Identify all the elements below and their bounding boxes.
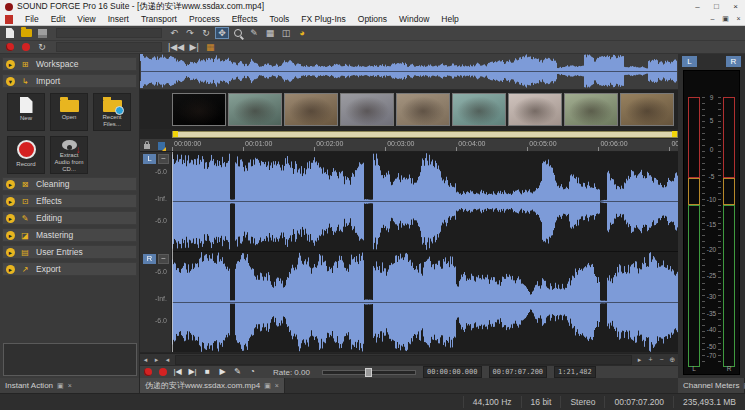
menu-tools[interactable]: Tools — [264, 14, 296, 24]
tab-channel-meters[interactable]: Channel Meters ▣ — [678, 378, 745, 393]
channel-minimize-button[interactable]: − — [158, 254, 169, 264]
chevron-right-icon[interactable]: ▸ — [6, 214, 15, 223]
video-thumbnail[interactable] — [340, 93, 394, 126]
zoom-button[interactable]: − — [656, 355, 667, 365]
rate-slider-thumb[interactable] — [365, 368, 372, 377]
edit-tool-button[interactable]: ✥ — [215, 27, 229, 39]
channel-r-button[interactable]: R — [143, 254, 156, 264]
scrub-tool-button[interactable]: ✎ — [230, 367, 245, 378]
magnify-tool-button[interactable] — [231, 27, 245, 39]
redo-button[interactable]: ↷ — [183, 27, 197, 39]
menu-edit[interactable]: Edit — [45, 14, 72, 24]
menu-insert[interactable]: Insert — [102, 14, 135, 24]
menu-transport[interactable]: Transport — [135, 14, 183, 24]
channel-l-button[interactable]: L — [143, 154, 156, 164]
playback-cursor[interactable] — [172, 152, 173, 352]
go-to-end-button[interactable]: ▶| — [185, 367, 200, 378]
save-button[interactable] — [35, 27, 49, 39]
menu-help[interactable]: Help — [435, 14, 464, 24]
tab-document[interactable]: 伪递的安详www.ssdax.com.mp4 ▣ × — [140, 378, 285, 393]
rate-slider[interactable] — [322, 370, 416, 375]
loop-end-handle[interactable] — [672, 131, 677, 137]
doc-minimize-icon[interactable]: – — [706, 13, 719, 25]
sidebar-section-import[interactable]: ▾↳Import — [2, 74, 137, 88]
envelope-tool-button[interactable]: ▦ — [263, 27, 277, 39]
scrollbar-track[interactable] — [175, 355, 632, 365]
sidebar-section-workspace[interactable]: ▸⊞Workspace — [2, 57, 137, 71]
sidebar-section-user-entries[interactable]: ▸▤User Entries — [2, 245, 137, 259]
video-thumbnail[interactable] — [396, 93, 450, 126]
import-tile-recent-files-[interactable]: Recent Files... — [93, 93, 131, 131]
chevron-right-icon[interactable]: ▸ — [6, 180, 15, 189]
time-current-field[interactable]: 00:00:00.000 — [423, 366, 482, 378]
menu-process[interactable]: Process — [183, 14, 226, 24]
sidebar-section-editing[interactable]: ▸✎Editing — [2, 211, 137, 225]
close-tab-icon[interactable]: × — [68, 382, 72, 389]
video-thumbnail[interactable] — [172, 93, 226, 126]
import-tile-new[interactable]: New — [7, 93, 45, 131]
zoom-button[interactable]: ▸ — [634, 355, 645, 365]
undo-button[interactable]: ↶ — [167, 27, 181, 39]
right-waveform-canvas[interactable] — [172, 252, 678, 352]
menu-view[interactable]: View — [71, 14, 101, 24]
pencil-tool-button[interactable]: ✎ — [247, 27, 261, 39]
chevron-right-icon[interactable]: ▸ — [6, 265, 15, 274]
scroll-button[interactable]: ▸ — [151, 355, 162, 365]
float-icon[interactable]: ▣ — [57, 382, 64, 390]
sidebar-section-effects[interactable]: ▸⊡Effects — [2, 194, 137, 208]
go-to-start-button[interactable]: |◀◀ — [167, 41, 185, 53]
import-tile-record[interactable]: Record — [7, 136, 45, 174]
menu-fx-plug-ins[interactable]: FX Plug-Ins — [295, 14, 351, 24]
time-end-field[interactable]: 00:07:07.200 — [489, 366, 548, 378]
close-icon[interactable]: × — [726, 0, 745, 13]
waveform-overview[interactable] — [140, 54, 678, 90]
record-remote-button[interactable] — [140, 367, 155, 378]
loop-playback-button[interactable]: ↻ — [35, 41, 49, 53]
video-thumbnail[interactable] — [508, 93, 562, 126]
menu-window[interactable]: Window — [393, 14, 435, 24]
left-waveform-canvas[interactable] — [172, 152, 678, 251]
doc-restore-icon[interactable]: ▣ — [719, 13, 732, 25]
sidebar-section-export[interactable]: ▸↗Export — [2, 262, 137, 276]
play-button[interactable]: ▶ — [215, 367, 230, 378]
zoom-button[interactable]: + — [645, 355, 656, 365]
meter-right-button[interactable]: R — [726, 56, 741, 67]
length-field[interactable]: 1:21,482 — [554, 366, 596, 378]
marker-drop-icon[interactable] — [158, 142, 165, 150]
video-thumbnail[interactable] — [228, 93, 282, 126]
video-thumbnail[interactable] — [452, 93, 506, 126]
menu-file[interactable]: File — [19, 14, 45, 24]
chevron-right-icon[interactable]: ▸ — [6, 60, 15, 69]
import-tile-extract-audio-from-cd-[interactable]: Extract Audio from CD... — [50, 136, 88, 174]
chevron-right-icon[interactable]: ▸ — [6, 231, 15, 240]
scroll-button[interactable]: ◂ — [162, 355, 173, 365]
chevron-down-icon[interactable]: ▾ — [6, 77, 15, 86]
tab-instant-action[interactable]: Instant Action ▣ × — [0, 378, 140, 393]
video-thumbnail[interactable] — [620, 93, 674, 126]
event-tool-button[interactable]: ◫ — [279, 27, 293, 39]
video-thumbnail[interactable] — [284, 93, 338, 126]
stop-button[interactable]: ■ — [200, 367, 215, 378]
chevron-right-icon[interactable]: ▸ — [6, 248, 15, 257]
import-tile-open[interactable]: Open — [50, 93, 88, 131]
record-remote-button[interactable] — [3, 41, 17, 53]
meter-left-button[interactable]: L — [682, 56, 697, 67]
time-ruler[interactable]: 00:00:0000:01:0000:02:0000:03:0000:04:00… — [140, 139, 678, 152]
loop-button[interactable]: ◔ — [245, 367, 260, 378]
video-thumbnail[interactable] — [564, 93, 618, 126]
minimize-icon[interactable]: – — [688, 0, 707, 13]
lock-icon[interactable] — [144, 144, 150, 149]
open-file-button[interactable] — [19, 27, 33, 39]
doc-close-icon[interactable]: × — [732, 13, 745, 25]
chevron-right-icon[interactable]: ▸ — [6, 197, 15, 206]
sidebar-section-cleaning[interactable]: ▸⊠Cleaning — [2, 177, 137, 191]
record-button[interactable] — [155, 367, 170, 378]
scroll-button[interactable]: ◂ — [140, 355, 151, 365]
loop-region-bar[interactable] — [172, 131, 678, 138]
snap-button[interactable]: ▦ — [203, 41, 217, 53]
sidebar-section-mastering[interactable]: ▸◪Mastering — [2, 228, 137, 242]
go-to-end-button[interactable]: ▶| — [187, 41, 201, 53]
close-tab-icon[interactable]: × — [275, 382, 279, 389]
overview-waveform-canvas[interactable] — [141, 54, 677, 88]
zoom-button[interactable]: ⊕ — [667, 355, 678, 365]
